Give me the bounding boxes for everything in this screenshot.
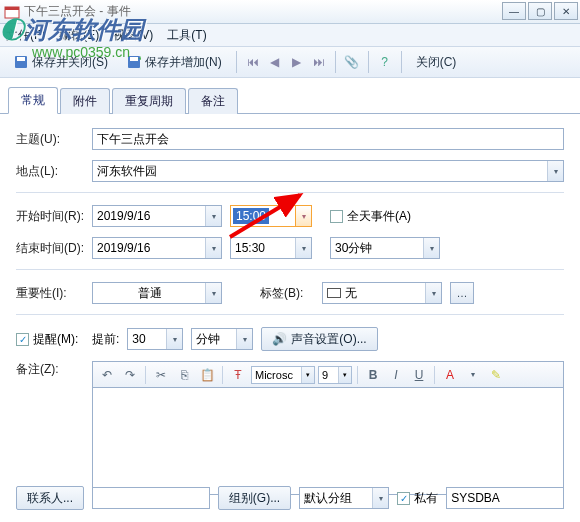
tab-recur[interactable]: 重复周期: [112, 88, 186, 114]
private-checkbox[interactable]: ✓: [397, 492, 410, 505]
save-add-button[interactable]: + 保存并增加(N): [119, 51, 229, 74]
nav-first-icon[interactable]: ⏮: [244, 53, 262, 71]
bottom-bar: 联系人... 组别(G)... 默认分组▾ ✓ 私有 SYSDBA: [16, 486, 564, 510]
remark-label: 备注(Z):: [16, 361, 84, 378]
redo-icon[interactable]: ↷: [120, 365, 140, 385]
toolbar: 保存并关闭(S) + 保存并增加(N) ⏮ ◀ ▶ ⏭ 📎 ? 关闭(C): [0, 46, 580, 78]
speaker-icon: 🔊: [272, 332, 287, 346]
chevron-down-icon[interactable]: ▾: [425, 283, 441, 303]
minimize-button[interactable]: —: [502, 2, 526, 20]
start-date-combo[interactable]: 2019/9/16▾: [92, 205, 222, 227]
menu-edit[interactable]: 编辑(E): [59, 27, 99, 44]
duration-combo[interactable]: 30分钟▾: [330, 237, 440, 259]
tab-general[interactable]: 常规: [8, 87, 58, 114]
font-color-icon[interactable]: A: [440, 365, 460, 385]
chevron-down-icon[interactable]: ▾: [205, 238, 221, 258]
before-label: 提前:: [92, 331, 119, 348]
end-time-combo[interactable]: 15:30▾: [230, 237, 312, 259]
remind-value-combo[interactable]: 30▾: [127, 328, 183, 350]
help-icon[interactable]: ?: [376, 53, 394, 71]
tabs: 常规 附件 重复周期 备注: [0, 78, 580, 114]
close-button[interactable]: 关闭(C): [409, 51, 464, 74]
menu-file[interactable]: 文件(F): [6, 27, 45, 44]
remind-unit-combo[interactable]: 分钟▾: [191, 328, 253, 350]
owner-field[interactable]: SYSDBA: [446, 487, 564, 509]
chevron-down-icon[interactable]: ▾: [236, 329, 252, 349]
private-label: 私有: [414, 490, 438, 507]
svg-text:+: +: [138, 55, 141, 63]
close-window-button[interactable]: ✕: [554, 2, 578, 20]
chevron-down-icon[interactable]: ▾: [423, 238, 439, 258]
remind-label: 提醒(M):: [33, 331, 78, 348]
bold-icon[interactable]: B: [363, 365, 383, 385]
nav-last-icon[interactable]: ⏭: [310, 53, 328, 71]
chevron-down-icon[interactable]: ▾: [166, 329, 182, 349]
font-style-icon[interactable]: Ŧ: [228, 365, 248, 385]
save-close-button[interactable]: 保存并关闭(S): [6, 51, 115, 74]
start-label: 开始时间(R):: [16, 208, 84, 225]
font-color-dd-icon[interactable]: ▾: [463, 365, 483, 385]
tag-more-button[interactable]: …: [450, 282, 474, 304]
save-close-label: 保存并关闭(S): [32, 54, 108, 71]
app-icon: [4, 4, 20, 20]
highlight-icon[interactable]: ✎: [486, 365, 506, 385]
tab-attach[interactable]: 附件: [60, 88, 110, 114]
chevron-down-icon[interactable]: ▾: [205, 206, 221, 226]
group-combo[interactable]: 默认分组▾: [299, 487, 389, 509]
importance-label: 重要性(I):: [16, 285, 84, 302]
menubar: 文件(F) 编辑(E) 视图(V) 工具(T): [0, 24, 580, 46]
end-date-combo[interactable]: 2019/9/16▾: [92, 237, 222, 259]
undo-icon[interactable]: ↶: [97, 365, 117, 385]
contacts-button[interactable]: 联系人...: [16, 486, 84, 510]
location-label: 地点(L):: [16, 163, 84, 180]
svg-rect-6: [130, 57, 138, 61]
group-button[interactable]: 组别(G)...: [218, 486, 291, 510]
tab-notes[interactable]: 备注: [188, 88, 238, 114]
svg-rect-2: [5, 7, 19, 10]
editor-toolbar: ↶ ↷ ✂ ⎘ 📋 Ŧ Microsc▾ 9▾ B I U A ▾ ✎: [92, 361, 564, 387]
tag-combo[interactable]: 无▾: [322, 282, 442, 304]
allday-label: 全天事件(A): [347, 208, 411, 225]
nav-prev-icon[interactable]: ◀: [266, 53, 284, 71]
font-size-combo[interactable]: 9▾: [318, 366, 352, 384]
titlebar: 下午三点开会 - 事件 — ▢ ✕: [0, 0, 580, 24]
copy-icon[interactable]: ⎘: [174, 365, 194, 385]
importance-combo[interactable]: 普通▾: [92, 282, 222, 304]
chevron-down-icon[interactable]: ▾: [205, 283, 221, 303]
maximize-button[interactable]: ▢: [528, 2, 552, 20]
subject-label: 主题(U):: [16, 131, 84, 148]
cut-icon[interactable]: ✂: [151, 365, 171, 385]
allday-checkbox[interactable]: [330, 210, 343, 223]
underline-icon[interactable]: U: [409, 365, 429, 385]
tag-label: 标签(B):: [260, 285, 314, 302]
italic-icon[interactable]: I: [386, 365, 406, 385]
end-label: 结束时间(D):: [16, 240, 84, 257]
nav-next-icon[interactable]: ▶: [288, 53, 306, 71]
subject-input[interactable]: 下午三点开会: [92, 128, 564, 150]
paste-icon[interactable]: 📋: [197, 365, 217, 385]
form: 主题(U): 下午三点开会 地点(L): 河东软件园▾ 开始时间(R): 201…: [0, 114, 580, 513]
remind-checkbox[interactable]: ✓: [16, 333, 29, 346]
window-title: 下午三点开会 - 事件: [24, 3, 131, 20]
location-combo[interactable]: 河东软件园▾: [92, 160, 564, 182]
save-add-label: 保存并增加(N): [145, 54, 222, 71]
start-time-combo[interactable]: 15:00▾: [230, 205, 312, 227]
chevron-down-icon[interactable]: ▾: [372, 488, 388, 508]
menu-tools[interactable]: 工具(T): [167, 27, 206, 44]
sound-settings-button[interactable]: 🔊 声音设置(O)...: [261, 327, 377, 351]
tag-swatch: [327, 288, 341, 298]
chevron-down-icon[interactable]: ▾: [295, 238, 311, 258]
contacts-field[interactable]: [92, 487, 210, 509]
save-add-icon: +: [126, 54, 142, 70]
svg-rect-4: [17, 57, 25, 61]
font-name-combo[interactable]: Microsc▾: [251, 366, 315, 384]
chevron-down-icon[interactable]: ▾: [295, 206, 311, 226]
menu-view[interactable]: 视图(V): [113, 27, 153, 44]
remark-textarea[interactable]: [92, 387, 564, 495]
save-icon: [13, 54, 29, 70]
chevron-down-icon[interactable]: ▾: [547, 161, 563, 181]
attach-icon[interactable]: 📎: [343, 53, 361, 71]
close-label: 关闭(C): [416, 54, 457, 71]
